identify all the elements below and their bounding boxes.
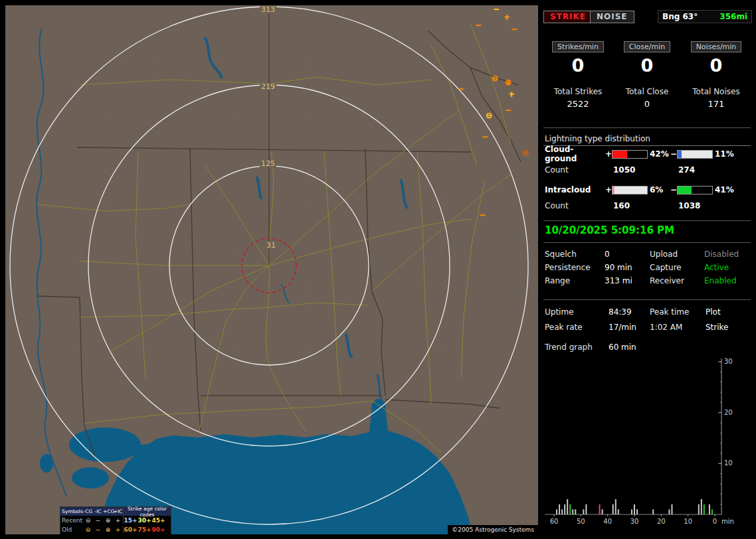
cloud-ground-count-row: Count 1050 274 [545, 165, 695, 175]
strike-marker: ⊖ [486, 112, 492, 119]
nexstorm-window: { "map": { "rings": { "labels": ["313", … [0, 0, 756, 539]
totals-labels-row: Total Strikes Total Close Total Noises [543, 87, 751, 96]
peak-time-label: Peak time [650, 307, 706, 317]
rate-values-row: 0 0 0 [543, 56, 751, 76]
total-noises-value: 171 [682, 99, 751, 109]
svg-text:60: 60 [550, 518, 559, 525]
strike-marker: ⊕ [505, 78, 512, 86]
trend-graph: 1020306050403020100min [543, 353, 740, 531]
svg-text:10: 10 [724, 459, 733, 467]
minus-icon: − [93, 526, 103, 533]
status-row-squelch: Squelch 0 Upload Disabled [545, 250, 749, 259]
squelch-label: Squelch [545, 250, 605, 259]
cloud-ground-row: Cloud-ground + 42% − 11% [545, 149, 735, 159]
minus-icon: − [93, 517, 103, 524]
intracloud-row: Intracloud + 6% − 41% [545, 185, 735, 194]
age-60: 60+ [124, 526, 138, 533]
legend-col-pos-cg: +CG [103, 508, 113, 514]
strike-marker: − [511, 25, 518, 33]
legend-old-label: Old [60, 526, 83, 533]
divider [543, 299, 751, 300]
total-strikes-label: Total Strikes [543, 87, 613, 96]
map-legend: Symbols -CG -IC +CG +IC Strike age color… [60, 506, 171, 534]
svg-text:30: 30 [724, 358, 733, 365]
noise-mode-button[interactable]: NOISE [590, 11, 634, 23]
intracloud-positive-count: 160 [613, 201, 678, 210]
strike-marker-layer: −+−−⊖⊕−+−⊖−⊖− [5, 5, 538, 534]
trend-graph-label: Trend graph [545, 343, 609, 352]
divider [543, 220, 751, 221]
count-label: Count [545, 201, 613, 210]
upload-label: Upload [650, 250, 704, 259]
capture-status: Active [704, 263, 749, 272]
strike-marker: − [482, 133, 488, 141]
strike-marker: ⊖ [522, 149, 529, 157]
strike-marker: − [458, 85, 464, 93]
divider [543, 242, 751, 243]
range-label: Range [545, 276, 605, 285]
cloud-ground-label: Cloud-ground [545, 145, 605, 163]
cloud-ground-positive-bar [612, 150, 648, 159]
persistence-label: Persistence [545, 263, 605, 272]
strikes-per-min-button[interactable]: Strikes/min [552, 41, 604, 52]
circle-minus-icon: ⊖ [83, 517, 93, 524]
strike-mode-button[interactable]: STRIKE [543, 11, 593, 23]
svg-text:20: 20 [724, 409, 733, 416]
intracloud-label: Intracloud [545, 185, 605, 194]
trend-graph-period: 60 min [609, 343, 636, 352]
peak-time-value: 1:02 AM [650, 323, 706, 332]
close-per-min-value: 0 [613, 56, 682, 76]
uptime-value: 84:39 [609, 307, 650, 317]
total-strikes-value: 2522 [543, 99, 613, 109]
status-panel: STRIKE NOISE Bng 63° 356mi Strikes/min C… [543, 5, 751, 534]
legend-col-neg-ic: -IC [93, 508, 103, 514]
intracloud-negative-bar [677, 186, 713, 194]
upload-status: Disabled [704, 250, 749, 259]
datetime-display: 10/20/2025 5:09:16 PM [545, 224, 674, 236]
noises-per-min-button[interactable]: Noises/min [691, 41, 742, 52]
circle-plus-icon: ⊕ [103, 517, 113, 524]
close-per-min-button[interactable]: Close/min [624, 41, 670, 52]
legend-recent-label: Recent [60, 517, 83, 524]
bearing-readout: Bng 63° 356mi [658, 10, 752, 23]
totals-values-row: 2522 0 171 [543, 99, 751, 109]
legend-header: Symbols -CG -IC +CG +IC Strike age color… [60, 507, 171, 516]
svg-text:min: min [721, 518, 734, 525]
age-90: 90+ [151, 526, 165, 533]
bearing-range-value: 356mi [719, 12, 747, 21]
intracloud-positive-bar [612, 186, 648, 194]
copyright-label: ©2005 Astrogenic Systems [448, 525, 538, 534]
minus-sign: − [670, 149, 677, 159]
trend-graph-row: Trend graph 60 min [545, 343, 636, 352]
peak-rate-value: 17/min [609, 323, 650, 332]
legend-row-old: Old ⊖ − ⊕ + 60+ 75+ 90+ [60, 525, 171, 534]
legend-col-pos-ic: +IC [113, 508, 123, 514]
cloud-ground-negative-count: 274 [678, 165, 695, 175]
strikes-per-min-value: 0 [543, 56, 613, 76]
receiver-status: Enabled [704, 276, 749, 285]
total-close-value: 0 [613, 99, 682, 109]
strike-marker: − [475, 21, 482, 29]
age-75: 75+ [138, 526, 151, 533]
strike-map[interactable]: 313 219 125 31 −+−−⊖⊕−+−⊖−⊖− Symbols -CG… [5, 5, 538, 534]
svg-text:10: 10 [684, 518, 692, 525]
strike-marker: ⊖ [492, 74, 498, 82]
capture-label: Capture [650, 263, 704, 272]
uptime-label: Uptime [545, 307, 609, 317]
intracloud-positive-pct: 6% [648, 185, 670, 194]
cloud-ground-negative-bar [677, 150, 713, 159]
intracloud-count-row: Count 160 1038 [545, 201, 700, 210]
cloud-ground-positive-pct: 42% [648, 149, 670, 159]
receiver-label: Receiver [650, 276, 704, 285]
minus-sign: − [670, 185, 677, 194]
legend-symbols-header: Symbols [60, 508, 83, 514]
svg-text:30: 30 [630, 518, 639, 525]
plus-icon: + [113, 526, 123, 533]
distribution-title: Lightning type distribution [545, 134, 650, 143]
svg-text:0: 0 [713, 518, 717, 525]
intracloud-negative-pct: 41% [713, 185, 735, 194]
circle-minus-icon: ⊖ [83, 526, 93, 533]
svg-text:20: 20 [657, 518, 666, 525]
peak-rate-label: Peak rate [545, 323, 609, 332]
legend-col-neg-cg: -CG [83, 508, 93, 514]
